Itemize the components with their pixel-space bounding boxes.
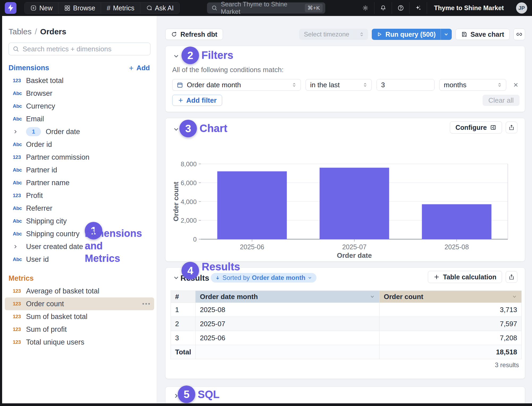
filter-field-select[interactable]: Order date month xyxy=(172,79,301,91)
svg-text:4,000: 4,000 xyxy=(181,198,197,205)
order-count-cell: 7,597 xyxy=(379,317,522,331)
annotation-circle-5: 5 xyxy=(178,386,195,403)
field-label: Partner name xyxy=(26,179,70,187)
dimension-item-shipping-city[interactable]: AbcShipping city xyxy=(5,215,154,227)
sparkles-button[interactable] xyxy=(409,2,427,14)
dimension-item-browser[interactable]: AbcBrowser xyxy=(5,87,154,100)
number-field-icon: 123 xyxy=(13,154,26,160)
add-dimension-button[interactable]: Add xyxy=(128,64,150,72)
table-calculation-button[interactable]: Table calculation xyxy=(428,271,502,283)
overflow-menu-icon[interactable] xyxy=(142,303,150,305)
metrics-button[interactable]: # Metrics xyxy=(101,2,140,14)
results-table: # Order date month Order count 12025-083… xyxy=(171,291,522,359)
add-filter-label: Add filter xyxy=(186,96,217,105)
help-button[interactable] xyxy=(392,2,409,14)
ask-ai-button[interactable]: Ask AI xyxy=(140,2,179,14)
dimension-item-order-date[interactable]: 1Order date xyxy=(5,125,154,138)
annotation-label-2: Filters xyxy=(201,49,233,61)
dimension-item-referrer[interactable]: AbcReferrer xyxy=(5,202,154,215)
bar-2025-08[interactable] xyxy=(422,204,492,239)
configure-button[interactable]: Configure xyxy=(450,121,502,134)
filter-value-input[interactable] xyxy=(377,79,434,90)
dimension-item-profit[interactable]: 123Profit xyxy=(5,189,154,202)
string-field-icon: Abc xyxy=(13,231,26,237)
filters-collapse-chevron[interactable] xyxy=(173,53,179,60)
metric-item-average-of-basket-total[interactable]: 123Average of basket total xyxy=(5,285,154,297)
field-label: Currency xyxy=(26,102,55,110)
settings-button[interactable] xyxy=(357,2,374,14)
fields-search-input[interactable] xyxy=(23,45,146,53)
sql-card: 5 SQL xyxy=(165,387,525,403)
table-row[interactable]: 32025-067,208 xyxy=(171,331,522,345)
bar-2025-06[interactable] xyxy=(217,171,287,239)
dimension-item-order-id[interactable]: AbcOrder id xyxy=(5,138,154,151)
svg-text:Order date: Order date xyxy=(337,251,372,258)
annotation-label-4: Results xyxy=(202,261,240,273)
chevron-down-icon xyxy=(173,275,179,281)
user-avatar[interactable]: JP xyxy=(516,2,527,14)
svg-text:8,000: 8,000 xyxy=(181,160,197,168)
dimension-item-partner-commission[interactable]: 123Partner commission xyxy=(5,151,154,164)
field-label: Partner commission xyxy=(26,153,90,161)
run-query-dropdown[interactable] xyxy=(441,29,452,40)
export-results-button[interactable] xyxy=(506,271,517,283)
fields-search[interactable] xyxy=(9,43,150,55)
new-button[interactable]: New xyxy=(25,2,58,14)
metric-item-sum-of-basket-total[interactable]: 123Sum of basket total xyxy=(5,310,154,323)
metrics-label: Metrics xyxy=(113,4,134,12)
dimension-item-email[interactable]: AbcEmail xyxy=(5,113,154,125)
field-label: Sum of basket total xyxy=(26,313,87,321)
results-collapse-chevron[interactable] xyxy=(173,275,179,282)
dimension-item-partner-name[interactable]: AbcPartner name xyxy=(5,176,154,189)
field-label: Order id xyxy=(26,140,52,149)
chevron-right-icon[interactable] xyxy=(13,244,26,249)
panel-icon xyxy=(490,124,496,131)
gear-icon xyxy=(362,5,369,11)
project-selector[interactable]: Thyme to Shine Market xyxy=(427,2,511,14)
table-row[interactable]: 22025-077,597 xyxy=(171,317,522,331)
timezone-select[interactable]: Select timezone xyxy=(299,29,368,40)
add-filter-button[interactable]: Add filter xyxy=(172,95,222,106)
bar-2025-07[interactable] xyxy=(320,168,389,239)
table-row[interactable]: 12025-083,713 xyxy=(171,303,522,317)
dimension-item-partner-id[interactable]: AbcPartner id xyxy=(5,164,154,176)
remove-filter-button[interactable] xyxy=(513,82,519,88)
string-field-icon: Abc xyxy=(13,167,26,173)
global-search[interactable]: Search Thyme to Shine Market ⌘+K xyxy=(207,2,325,14)
chart-collapse-chevron[interactable] xyxy=(173,126,179,134)
filter-unit-select[interactable]: months xyxy=(439,79,506,91)
number-field-icon: 123 xyxy=(13,78,26,84)
string-field-icon: Abc xyxy=(13,142,26,147)
app-logo[interactable] xyxy=(5,2,16,14)
column-header-order-count[interactable]: Order count xyxy=(379,291,522,303)
table-calculation-label: Table calculation xyxy=(443,273,496,281)
total-count-cell: 18,518 xyxy=(379,345,522,359)
metric-item-total-unique-users[interactable]: 123Total unique users xyxy=(5,336,154,349)
metric-item-sum-of-profit[interactable]: 123Sum of profit xyxy=(5,323,154,336)
dimension-item-currency[interactable]: AbcCurrency xyxy=(5,100,154,113)
clear-all-button[interactable]: Clear all xyxy=(483,95,520,106)
metric-item-order-count[interactable]: 123Order count xyxy=(5,297,154,310)
refresh-dbt-button[interactable]: Refresh dbt xyxy=(165,29,223,40)
sorted-by-pill[interactable]: Sorted by Order date month xyxy=(211,273,316,283)
column-header-index[interactable]: # xyxy=(171,291,196,303)
filter-operator-value: in the last xyxy=(310,81,362,89)
primary-nav: New Browse # Metrics Ask AI xyxy=(24,2,180,14)
filter-value-input-group xyxy=(377,79,434,91)
save-chart-label: Save chart xyxy=(471,31,504,38)
dimension-item-basket-total[interactable]: 123Basket total xyxy=(5,74,154,87)
chevron-right-icon[interactable] xyxy=(13,129,26,134)
explore-sidebar: Tables / Orders Dimensions Add 123Basket… xyxy=(2,16,157,403)
run-query-label: Run query (500) xyxy=(386,31,436,38)
notifications-button[interactable] xyxy=(374,2,392,14)
y-axis-label: Order count xyxy=(172,182,180,221)
save-chart-button[interactable]: Save chart xyxy=(455,29,510,40)
run-query-button[interactable]: Run query (500) xyxy=(372,29,452,40)
breadcrumb-tables[interactable]: Tables xyxy=(9,27,32,36)
share-link-button[interactable] xyxy=(513,28,525,40)
export-chart-button[interactable] xyxy=(506,122,517,133)
browse-button[interactable]: Browse xyxy=(58,2,101,14)
column-header-order-date-month[interactable]: Order date month xyxy=(196,291,379,303)
filter-operator-select[interactable]: in the last xyxy=(306,79,372,91)
calendar-icon xyxy=(177,82,183,88)
